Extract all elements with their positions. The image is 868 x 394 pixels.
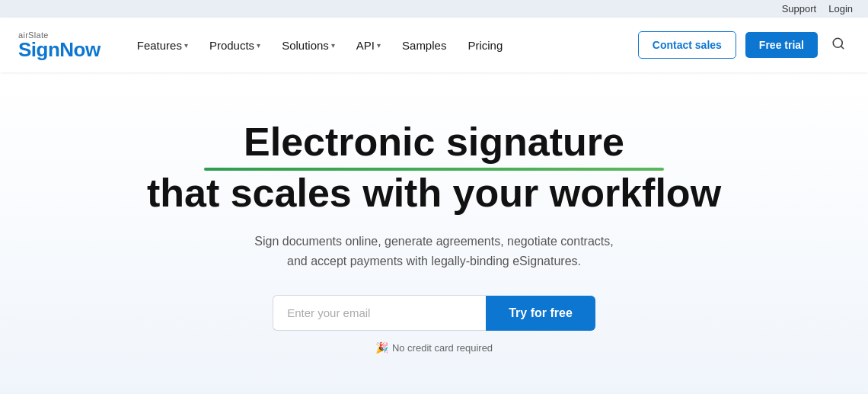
contact-sales-button[interactable]: Contact sales <box>638 31 736 59</box>
nav-label-api: API <box>356 39 375 52</box>
hero-title-line2: that scales with your workflow <box>147 171 721 216</box>
logo-bottom: SignNow <box>18 40 101 59</box>
nav-label-products: Products <box>209 39 254 52</box>
chevron-down-icon-3: ▾ <box>331 41 335 50</box>
chevron-down-icon-4: ▾ <box>377 41 381 50</box>
navbar: airSlate SignNow Features ▾ Products ▾ S… <box>0 18 868 72</box>
nav-item-pricing[interactable]: Pricing <box>458 33 512 58</box>
search-button[interactable] <box>827 32 850 59</box>
search-icon <box>831 37 845 54</box>
support-link[interactable]: Support <box>782 3 817 14</box>
nav-item-samples[interactable]: Samples <box>393 33 455 58</box>
hero-section: Electronic signature that scales with yo… <box>0 72 868 393</box>
try-for-free-button[interactable]: Try for free <box>486 296 595 331</box>
no-credit-card-notice: 🎉 No credit card required <box>375 341 493 354</box>
logo[interactable]: airSlate SignNow <box>18 31 101 59</box>
top-bar: Support Login <box>0 0 868 18</box>
nav-label-solutions: Solutions <box>282 39 329 52</box>
hero-subtitle: Sign documents online, generate agreemen… <box>244 232 624 271</box>
nav-item-solutions[interactable]: Solutions ▾ <box>273 33 344 58</box>
hero-title-line1: Electronic signature <box>147 120 721 171</box>
nav-item-api[interactable]: API ▾ <box>347 33 390 58</box>
nav-label-samples: Samples <box>402 39 446 52</box>
party-emoji: 🎉 <box>375 341 388 354</box>
svg-line-1 <box>841 46 843 48</box>
nav-label-features: Features <box>137 39 182 52</box>
nav-label-pricing: Pricing <box>468 39 503 52</box>
nav-links: Features ▾ Products ▾ Solutions ▾ API ▾ … <box>128 33 638 58</box>
nav-item-features[interactable]: Features ▾ <box>128 33 197 58</box>
email-input[interactable] <box>273 295 486 331</box>
chevron-down-icon-2: ▾ <box>257 41 260 50</box>
chevron-down-icon: ▾ <box>184 41 188 50</box>
nav-item-products[interactable]: Products ▾ <box>200 33 270 58</box>
hero-title: Electronic signature that scales with yo… <box>147 120 721 217</box>
nav-right: Contact sales Free trial <box>638 31 850 59</box>
login-link[interactable]: Login <box>828 3 853 14</box>
hero-cta: Try for free <box>273 295 595 331</box>
free-trial-button[interactable]: Free trial <box>745 32 818 58</box>
no-credit-card-label: No credit card required <box>392 342 493 354</box>
